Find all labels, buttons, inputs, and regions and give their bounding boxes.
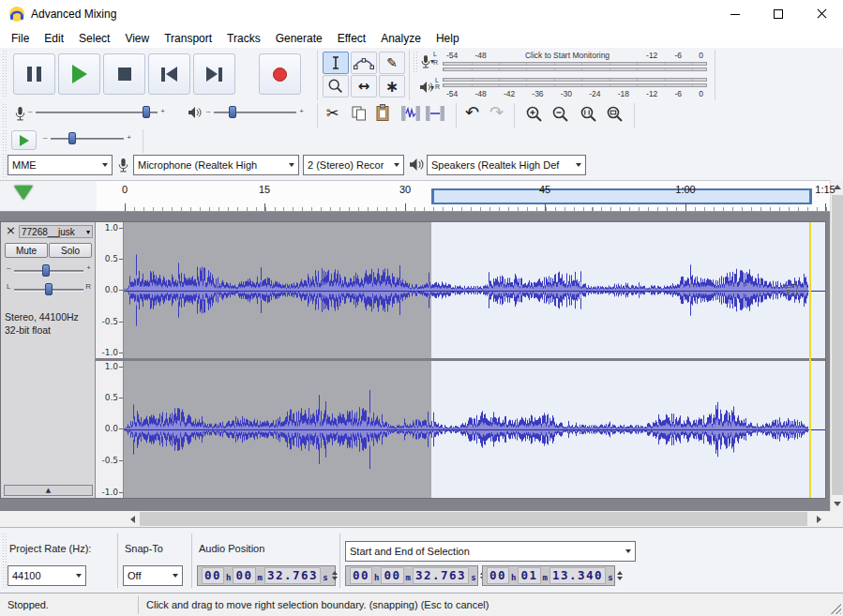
- hours-value[interactable]: 00: [350, 567, 372, 584]
- envelope-tool-button[interactable]: [351, 52, 377, 74]
- spinner-icon[interactable]: [332, 571, 338, 580]
- seconds-value[interactable]: 32.763: [413, 567, 469, 584]
- hscroll-thumb[interactable]: [140, 512, 807, 526]
- menu-help[interactable]: Help: [429, 29, 467, 48]
- minimize-button[interactable]: [714, 0, 757, 28]
- scroll-right-button[interactable]: [811, 511, 826, 527]
- recording-device-select[interactable]: Microphone (Realtek High: [133, 155, 299, 175]
- fit-project-button[interactable]: [606, 105, 625, 124]
- timeshift-tool-button[interactable]: ↔: [351, 75, 377, 98]
- menu-transport[interactable]: Transport: [157, 29, 219, 48]
- horizontal-scrollbar[interactable]: [125, 511, 826, 527]
- track-name-menu[interactable]: 77268__jusk ▾: [19, 225, 93, 238]
- skip-end-button[interactable]: [193, 53, 235, 95]
- vertical-scrollbar[interactable]: [830, 180, 843, 511]
- track-close-button[interactable]: ×: [6, 223, 16, 237]
- playback-meter-toolbar[interactable]: ▾ L R -54 -48 -42 -36 -30 -24 -18 -12 -6…: [414, 75, 712, 100]
- redo-button[interactable]: ↷: [489, 102, 504, 122]
- seconds-value[interactable]: 13.340: [549, 567, 606, 584]
- menu-view[interactable]: View: [117, 29, 157, 48]
- track-gain-slider[interactable]: – +: [7, 263, 91, 278]
- cut-button[interactable]: ✂: [326, 104, 339, 122]
- menu-generate[interactable]: Generate: [268, 29, 330, 48]
- slider-thumb[interactable]: [229, 106, 236, 118]
- track-pan-slider[interactable]: L R: [7, 282, 91, 297]
- playback-volume-slider[interactable]: – +: [206, 105, 304, 120]
- scroll-down-button[interactable]: [831, 497, 843, 511]
- menu-file[interactable]: File: [4, 29, 37, 48]
- selection-start-grip[interactable]: [431, 190, 434, 203]
- zoom-out-button[interactable]: [551, 105, 570, 124]
- close-button[interactable]: [800, 0, 843, 28]
- hours-value[interactable]: 00: [202, 567, 224, 584]
- play-at-speed-button[interactable]: [11, 130, 37, 150]
- menu-edit[interactable]: Edit: [37, 29, 71, 48]
- speaker-icon: [409, 158, 424, 172]
- play-speed-slider[interactable]: – +: [43, 131, 131, 146]
- undo-button[interactable]: ↶: [465, 102, 479, 122]
- waveform-channel-1[interactable]: [124, 222, 825, 358]
- selection-start-display[interactable]: 00 h 00 m 32.763 s: [345, 565, 478, 586]
- solo-button[interactable]: Solo: [49, 243, 92, 258]
- stop-button[interactable]: [103, 53, 145, 95]
- tracks-area[interactable]: × 77268__jusk ▾ Mute Solo – + L R: [0, 212, 830, 511]
- recording-meter-toolbar[interactable]: ▾ L R -54 -48 -42 -36 -30 -24 -18 -12 -6…: [414, 50, 712, 74]
- play-button[interactable]: [58, 53, 100, 95]
- menu-tracks[interactable]: Tracks: [219, 29, 268, 48]
- slider-thumb[interactable]: [143, 106, 150, 118]
- minutes-value[interactable]: 00: [233, 567, 255, 584]
- snap-to-select[interactable]: Off: [123, 565, 183, 586]
- menu-effect[interactable]: Effect: [330, 29, 373, 48]
- copy-button[interactable]: [351, 106, 368, 121]
- hours-value[interactable]: 00: [487, 567, 509, 584]
- slider-thumb[interactable]: [68, 132, 76, 144]
- audio-position-display[interactable]: 00 h 00 m 32.763 s: [197, 565, 336, 586]
- recording-meter-grip[interactable]: [414, 52, 418, 72]
- recording-channels-select[interactable]: 2 (Stereo) Recor: [303, 155, 404, 175]
- menu-select[interactable]: Select: [71, 29, 117, 48]
- minutes-value[interactable]: 01: [518, 567, 540, 584]
- playback-device-value: Speakers (Realtek High Def: [431, 159, 559, 171]
- skip-start-button[interactable]: [148, 53, 190, 95]
- trim-outside-button[interactable]: [401, 106, 420, 121]
- project-rate-select[interactable]: 44100: [8, 565, 86, 586]
- record-button[interactable]: [259, 53, 301, 95]
- slider-thumb[interactable]: [42, 264, 50, 277]
- resize-grip[interactable]: [830, 603, 841, 614]
- maximize-button[interactable]: [757, 0, 800, 28]
- menu-analyze[interactable]: Analyze: [373, 29, 429, 48]
- spinner-icon[interactable]: [617, 571, 623, 580]
- quick-play-pin-icon[interactable]: [14, 186, 33, 200]
- zoom-in-button[interactable]: [525, 105, 544, 124]
- pause-button[interactable]: [13, 53, 55, 95]
- track-collapse-button[interactable]: ▲: [4, 485, 93, 496]
- track-control-panel[interactable]: × 77268__jusk ▾ Mute Solo – + L R: [1, 222, 96, 498]
- seconds-value[interactable]: 32.763: [264, 567, 321, 584]
- chevron-down-icon: [625, 549, 631, 553]
- scroll-left-button[interactable]: [125, 511, 140, 527]
- vscroll-thumb[interactable]: [832, 195, 843, 495]
- play-speed-toolbar-grip[interactable]: [3, 130, 8, 152]
- mixer-toolbar-grip[interactable]: [3, 104, 8, 128]
- mute-button[interactable]: Mute: [5, 243, 48, 258]
- recording-volume-slider[interactable]: – +: [28, 105, 165, 120]
- selection-tool-button[interactable]: [323, 52, 349, 74]
- minutes-value[interactable]: 00: [381, 567, 403, 584]
- timeline-selection[interactable]: [431, 188, 812, 204]
- multi-tool-button[interactable]: ∗: [379, 75, 405, 98]
- fit-selection-button[interactable]: [580, 105, 598, 124]
- playback-device-select[interactable]: Speakers (Realtek High Def: [427, 155, 586, 175]
- selection-end-display[interactable]: 00 h 01 m 13.340 s: [482, 565, 615, 586]
- slider-thumb[interactable]: [45, 283, 53, 295]
- draw-tool-button[interactable]: ✎: [379, 52, 405, 74]
- selection-mode-select[interactable]: Start and End of Selection: [345, 541, 636, 562]
- waveform-channel-2[interactable]: [124, 361, 825, 498]
- paste-button[interactable]: [375, 104, 390, 122]
- transport-toolbar-grip[interactable]: [3, 51, 8, 98]
- audio-host-select[interactable]: MME: [8, 155, 113, 175]
- monitor-hint[interactable]: Click to Start Monitoring: [492, 50, 642, 61]
- selection-end-grip[interactable]: [809, 190, 812, 203]
- timeline-ruler[interactable]: 0 15 30 45 1:00 1:15: [97, 180, 843, 212]
- silence-audio-button[interactable]: [426, 106, 444, 121]
- zoom-tool-button[interactable]: [323, 75, 349, 98]
